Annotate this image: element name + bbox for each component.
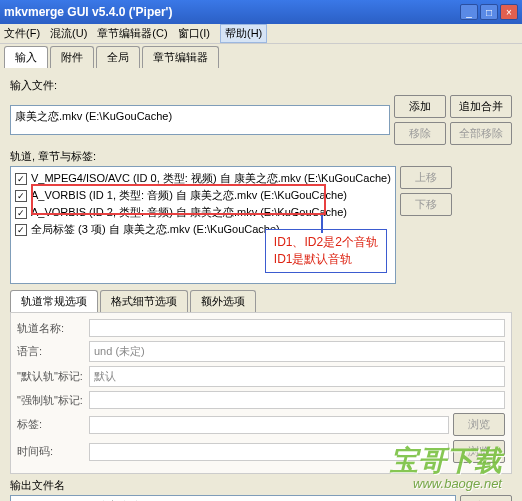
menu-mux[interactable]: 混流(U) <box>50 26 87 41</box>
browse-tags-button[interactable]: 浏览 <box>453 413 505 436</box>
checkbox-icon[interactable]: ✓ <box>15 207 27 219</box>
minimize-button[interactable]: _ <box>460 4 478 20</box>
input-files-label: 输入文件: <box>10 78 512 93</box>
tab-input[interactable]: 输入 <box>4 46 48 68</box>
track-name-label: 轨道名称: <box>17 321 85 336</box>
tags-field[interactable] <box>89 416 449 434</box>
forced-flag-label: "强制轨"标记: <box>17 393 85 408</box>
browse-timecodes-button[interactable]: 浏览 <box>453 440 505 463</box>
default-flag-select[interactable]: 默认 <box>89 366 505 387</box>
forced-flag-select[interactable] <box>89 391 505 409</box>
annotation-text: ID1、ID2是2个音轨 ID1是默认音轨 <box>265 229 387 273</box>
main-tabs: 输入 附件 全局 章节编辑器 <box>4 46 518 68</box>
menu-window[interactable]: 窗口(I) <box>178 26 210 41</box>
language-select[interactable]: und (未定) <box>89 341 505 362</box>
tab-global[interactable]: 全局 <box>96 46 140 68</box>
annotation-connector <box>321 215 323 233</box>
tags-label: 标签: <box>17 417 85 432</box>
close-button[interactable]: × <box>500 4 518 20</box>
browse-output-button[interactable]: 浏览 <box>460 495 512 501</box>
output-filename-label: 输出文件名 <box>10 478 512 493</box>
tab-detail[interactable]: 格式细节选项 <box>100 290 188 312</box>
menu-chapter-editor[interactable]: 章节编辑器(C) <box>97 26 167 41</box>
output-filename-field[interactable]: E:\KuGouCache\康美之恋 (1).mkv <box>10 495 456 501</box>
default-flag-label: "默认轨"标记: <box>17 369 85 384</box>
maximize-button[interactable]: □ <box>480 4 498 20</box>
track-name-field[interactable] <box>89 319 505 337</box>
remove-button[interactable]: 移除 <box>394 122 446 145</box>
menu-file[interactable]: 文件(F) <box>4 26 40 41</box>
move-down-button[interactable]: 下移 <box>400 193 452 216</box>
input-panel: 输入文件: 康美之恋.mkv (E:\KuGouCache) 添加 追加合并 移… <box>4 68 518 501</box>
append-button[interactable]: 追加合并 <box>450 95 512 118</box>
input-files-list[interactable]: 康美之恋.mkv (E:\KuGouCache) <box>10 105 390 135</box>
window-title: mkvmerge GUI v5.4.0 ('Piper') <box>4 5 458 19</box>
annotation-box-tracks <box>31 184 326 215</box>
track-option-tabs: 轨道常规选项 格式细节选项 额外选项 <box>10 290 512 312</box>
move-up-button[interactable]: 上移 <box>400 166 452 189</box>
tab-general[interactable]: 轨道常规选项 <box>10 290 98 312</box>
timecodes-label: 时间码: <box>17 444 85 459</box>
tab-extra[interactable]: 额外选项 <box>190 290 256 312</box>
menu-help[interactable]: 帮助(H) <box>220 24 267 43</box>
tracks-label: 轨道, 章节与标签: <box>10 149 512 164</box>
remove-all-button[interactable]: 全部移除 <box>450 122 512 145</box>
menubar: 文件(F) 混流(U) 章节编辑器(C) 窗口(I) 帮助(H) <box>0 24 522 44</box>
tracks-list[interactable]: ✓V_MPEG4/ISO/AVC (ID 0, 类型: 视频) 自 康美之恋.m… <box>10 166 396 284</box>
titlebar: mkvmerge GUI v5.4.0 ('Piper') _ □ × <box>0 0 522 24</box>
checkbox-icon[interactable]: ✓ <box>15 190 27 202</box>
checkbox-icon[interactable]: ✓ <box>15 224 27 236</box>
tab-chapter[interactable]: 章节编辑器 <box>142 46 219 68</box>
tab-attach[interactable]: 附件 <box>50 46 94 68</box>
add-button[interactable]: 添加 <box>394 95 446 118</box>
timecodes-field[interactable] <box>89 443 449 461</box>
track-options-form: 轨道名称: 语言:und (未定) "默认轨"标记:默认 "强制轨"标记: 标签… <box>10 312 512 474</box>
checkbox-icon[interactable]: ✓ <box>15 173 27 185</box>
language-label: 语言: <box>17 344 85 359</box>
